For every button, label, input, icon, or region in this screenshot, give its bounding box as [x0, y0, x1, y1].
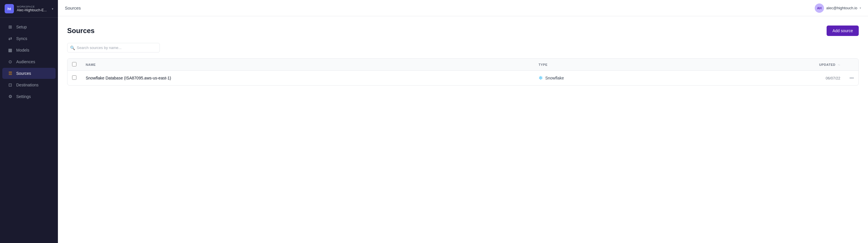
table-header-row: NAME TYPE UPDATED ↑↓: [67, 59, 859, 71]
audiences-icon: ⊙: [7, 59, 13, 64]
setup-icon: ⊞: [7, 24, 13, 30]
row-checkbox-cell: [67, 71, 81, 85]
th-actions-spacer: [845, 59, 859, 71]
page-title: Sources: [67, 27, 95, 35]
workspace-info: WORKSPACE Alec-Hightouch-E...: [17, 5, 46, 12]
snowflake-icon: ❄: [538, 75, 543, 81]
search-icon: 🔍: [70, 46, 75, 50]
search-wrapper: 🔍: [67, 43, 160, 53]
th-select-all: [67, 59, 81, 71]
user-menu[interactable]: AH alec@hightouch.io ▾: [815, 3, 861, 13]
row-updated: 06/07/22: [700, 71, 845, 85]
row-type-label: Snowflake: [545, 76, 564, 80]
table-row: Snowflake Database (ISA87095.aws-us-east…: [67, 71, 859, 85]
th-type: TYPE: [534, 59, 700, 71]
sources-table: NAME TYPE UPDATED ↑↓ Snowfla: [67, 59, 859, 85]
workspace-selector[interactable]: ht WORKSPACE Alec-Hightouch-E... ▾: [0, 0, 58, 18]
breadcrumb: Sources: [65, 5, 81, 10]
sidebar-item-models[interactable]: ▦ Models: [2, 45, 56, 56]
sidebar-item-setup-label: Setup: [16, 25, 27, 29]
workspace-chevron-icon: ▾: [52, 7, 53, 10]
sources-icon: ☰: [7, 71, 13, 76]
main-area: Sources AH alec@hightouch.io ▾ Sources A…: [58, 0, 868, 243]
sidebar-item-audiences[interactable]: ⊙ Audiences: [2, 56, 56, 67]
sidebar: ht WORKSPACE Alec-Hightouch-E... ▾ ⊞ Set…: [0, 0, 58, 243]
sidebar-item-syncs[interactable]: ⇄ Syncs: [2, 33, 56, 44]
sidebar-item-models-label: Models: [16, 48, 29, 53]
add-source-button[interactable]: Add source: [827, 26, 859, 36]
select-all-checkbox[interactable]: [72, 62, 76, 66]
avatar: AH: [815, 3, 824, 13]
sidebar-item-audiences-label: Audiences: [16, 59, 35, 64]
user-chevron-icon: ▾: [860, 6, 861, 9]
row-actions-menu[interactable]: •••: [845, 71, 859, 85]
sidebar-item-settings-label: Settings: [16, 94, 31, 99]
workspace-name: Alec-Hightouch-E...: [17, 8, 46, 12]
th-name: NAME: [81, 59, 534, 71]
sidebar-item-settings[interactable]: ⚙ Settings: [2, 91, 56, 102]
page-content: Sources Add source 🔍 NAME TYPE: [58, 16, 868, 243]
row-name: Snowflake Database (ISA87095.aws-us-east…: [81, 71, 534, 85]
page-header: Sources Add source: [67, 26, 859, 36]
top-header: Sources AH alec@hightouch.io ▾: [58, 0, 868, 16]
sidebar-item-syncs-label: Syncs: [16, 36, 27, 41]
models-icon: ▦: [7, 48, 13, 53]
sidebar-item-sources-label: Sources: [16, 71, 31, 76]
destinations-icon: ⊡: [7, 82, 13, 87]
user-email: alec@hightouch.io: [826, 6, 857, 10]
sidebar-item-sources[interactable]: ☰ Sources: [2, 68, 56, 79]
sidebar-item-destinations-label: Destinations: [16, 83, 38, 87]
sort-icon: ↑↓: [838, 64, 840, 66]
sidebar-item-destinations[interactable]: ⊡ Destinations: [2, 79, 56, 90]
workspace-label: WORKSPACE: [17, 5, 46, 8]
search-container: 🔍: [67, 43, 859, 53]
sidebar-navigation: ⊞ Setup ⇄ Syncs ▦ Models ⊙ Audiences ☰ S…: [0, 18, 58, 243]
search-input[interactable]: [67, 43, 160, 53]
syncs-icon: ⇄: [7, 36, 13, 41]
logo-badge: ht: [5, 4, 14, 14]
settings-icon: ⚙: [7, 94, 13, 99]
row-type: ❄ Snowflake: [534, 71, 700, 85]
row-checkbox[interactable]: [72, 75, 76, 80]
sidebar-item-setup[interactable]: ⊞ Setup: [2, 22, 56, 32]
sources-table-container: NAME TYPE UPDATED ↑↓ Snowfla: [67, 58, 859, 85]
th-updated[interactable]: UPDATED ↑↓: [700, 59, 845, 71]
th-updated-label: UPDATED: [819, 63, 835, 66]
